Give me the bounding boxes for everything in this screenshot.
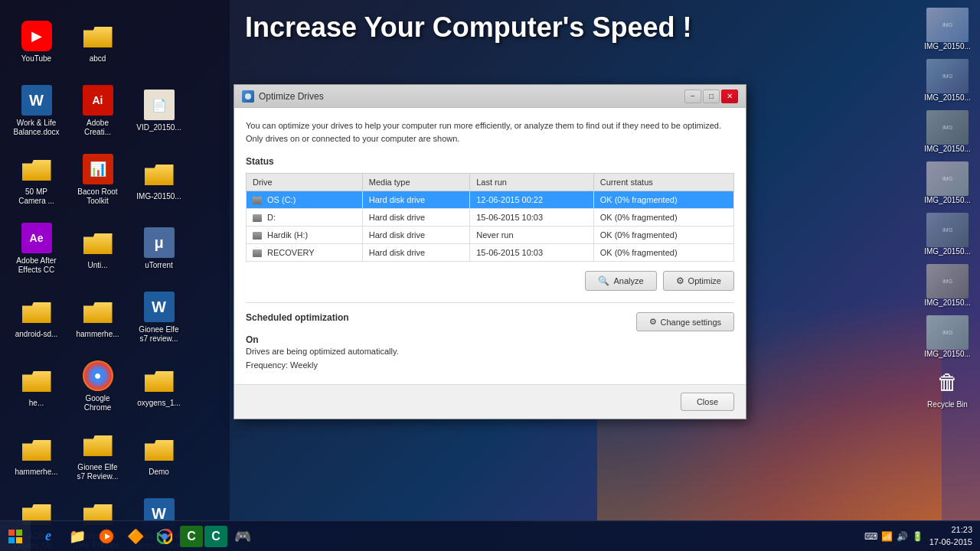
media-type: Hard disk drive	[362, 209, 469, 227]
taskbar-sys-icons: ⌨ 📶 🔊 🔋	[864, 531, 923, 542]
drive-icon	[253, 232, 262, 240]
taskbar-ie-icon[interactable]: e	[34, 523, 62, 550]
table-row[interactable]: Hardik (H:) Hard disk drive Never run OK…	[247, 227, 734, 244]
svg-rect-3	[8, 537, 15, 543]
dialog-icon	[242, 90, 254, 103]
desktop-icons-left: ▶ YouTube abcd W Work & Life Balance.doc…	[8, 8, 191, 551]
col-last-run: Last run	[470, 174, 593, 191]
last-run: 15-06-2015 10:03	[470, 244, 593, 262]
title-overlay: Increase Your Computer's Speed !	[245, 11, 691, 44]
close-button[interactable]: Close	[681, 393, 734, 411]
desktop-icon-recycle-bin[interactable]: 🗑 Recycle Bin	[919, 363, 976, 413]
start-button[interactable]	[0, 521, 31, 552]
desktop-icon-img-r7[interactable]: IMG IMG_20150...	[919, 311, 976, 363]
desktop-icon-android-sd[interactable]: android-sd...	[8, 283, 65, 352]
taskbar-chrome-icon[interactable]	[151, 523, 178, 550]
desktop-icon-img-top-right[interactable]	[130, 8, 188, 77]
table-row[interactable]: RECOVERY Hard disk drive 15-06-2015 10:0…	[247, 244, 734, 262]
network-icon: 📶	[881, 531, 893, 542]
current-status: OK (0% fragmented)	[593, 191, 733, 209]
desktop-icon-adobe-creative[interactable]: Ai Adobe Creati...	[69, 77, 126, 145]
dialog-title-left: Optimize Drives	[242, 90, 324, 103]
taskbar-items: e 📁 🔶	[31, 523, 857, 550]
table-row[interactable]: D: Hard disk drive 15-06-2015 10:03 OK (…	[247, 209, 734, 227]
desktop-icons-right: IMG IMG_20150... IMG IMG_20150... IMG IM…	[919, 4, 976, 413]
volume-icon: 🔊	[897, 531, 908, 542]
scheduled-desc1: Drives are being optimized automatically…	[246, 345, 734, 359]
svg-rect-1	[8, 530, 15, 536]
clock-time: 21:23	[929, 524, 972, 536]
desktop-icon-img-r4[interactable]: IMG IMG_20150...	[919, 158, 976, 209]
desktop-icon-img-r2[interactable]: IMG IMG_20150...	[919, 55, 976, 106]
taskbar-ccleaner-icon[interactable]: C	[180, 526, 203, 547]
table-row[interactable]: OS (C:) Hard disk drive 12-06-2015 00:22…	[247, 191, 734, 209]
media-type: Hard disk drive	[362, 244, 469, 262]
desktop-icon-img-r5[interactable]: IMG IMG_20150...	[919, 209, 976, 260]
optimize-button[interactable]: ⚙ Optimize	[663, 271, 734, 291]
desktop-icon-bacon-root[interactable]: 📊 Bacon Root Toolkit	[69, 145, 126, 214]
drive-name: RECOVERY	[247, 244, 363, 262]
desktop-icon-hammerhe2[interactable]: hammerhe...	[8, 421, 65, 490]
svg-point-0	[245, 93, 251, 99]
drives-status-table: Drive Media type Last run Current status…	[246, 173, 734, 262]
last-run: Never run	[470, 227, 593, 244]
optimize-icon: ⚙	[676, 276, 684, 286]
media-type: Hard disk drive	[362, 227, 469, 244]
last-run: 15-06-2015 10:03	[470, 209, 593, 227]
maximize-button[interactable]: □	[703, 90, 720, 103]
desktop-icon-hammerhe[interactable]: hammerhe...	[69, 283, 126, 352]
drive-icon	[253, 249, 262, 257]
taskbar-app2-icon[interactable]: C	[204, 526, 227, 547]
battery-icon: 🔋	[912, 531, 923, 542]
dialog-titlebar: Optimize Drives − □ ✕	[234, 85, 746, 108]
desktop-icon-abcd[interactable]: abcd	[69, 8, 126, 77]
dialog-description: You can optimize your drives to help you…	[246, 119, 734, 145]
desktop-icon-unti[interactable]: Unti...	[69, 214, 126, 283]
desktop-icon-img-r1[interactable]: IMG IMG_20150...	[919, 4, 976, 55]
svg-point-8	[162, 533, 168, 540]
current-status: OK (0% fragmented)	[593, 209, 733, 227]
status-section-label: Status	[246, 156, 734, 167]
desktop-icon-youtube[interactable]: ▶ YouTube	[8, 8, 65, 77]
desktop-icon-demo[interactable]: Demo	[130, 421, 188, 490]
taskbar-right: ⌨ 📶 🔊 🔋 21:23 17-06-2015	[857, 524, 980, 548]
desktop-icon-work-life[interactable]: W Work & Life Balance.docx	[8, 77, 65, 145]
analyze-button[interactable]: 🔍 Analyze	[585, 271, 656, 291]
desktop-icon-oxygens1[interactable]: oxygens_1...	[130, 352, 188, 421]
desktop-icon-50mp[interactable]: 50 MP Camera ...	[8, 145, 65, 214]
drive-name: OS (C:)	[247, 191, 363, 209]
taskbar-clock: 21:23 17-06-2015	[929, 524, 972, 548]
desktop-icon-adobe-after[interactable]: Ae Adobe After Effects CC	[8, 214, 65, 283]
desktop-icon-img-20150-2[interactable]: IMG-20150...	[130, 145, 188, 214]
taskbar-app3-icon[interactable]: 🎮	[229, 523, 256, 550]
scheduled-section: Scheduled optimization ⚙ Change settings…	[246, 302, 734, 372]
drive-icon	[253, 197, 262, 204]
desktop: Increase Your Computer's Speed ! ▶ YouTu…	[0, 0, 980, 551]
current-status: OK (0% fragmented)	[593, 227, 733, 244]
taskbar: e 📁 🔶	[0, 520, 980, 551]
col-media-type: Media type	[362, 174, 469, 191]
dialog-footer: Close	[234, 384, 746, 419]
desktop-icon-gionee-s7[interactable]: W Gionee Elfe s7 review...	[130, 283, 188, 352]
desktop-icon-img-r6[interactable]: IMG IMG_20150...	[919, 260, 976, 311]
scheduled-frequency: Frequency: Weekly	[246, 359, 734, 373]
desktop-icon-he[interactable]: he...	[8, 352, 65, 421]
desktop-icon-img-r3[interactable]: IMG IMG_20150...	[919, 106, 976, 158]
dialog-close-button[interactable]: ✕	[721, 90, 738, 103]
scheduled-label: Scheduled optimization	[246, 312, 349, 323]
dialog-controls: − □ ✕	[684, 90, 738, 103]
minimize-button[interactable]: −	[684, 90, 701, 103]
desktop-icon-google-chrome[interactable]: ● Google Chrome	[69, 352, 126, 421]
desktop-icon-vid[interactable]: 📄 VID_20150...	[130, 77, 188, 145]
svg-rect-4	[16, 537, 22, 543]
desktop-icon-gionee2[interactable]: Gionee Elfe s7 Review...	[69, 421, 126, 490]
current-status: OK (0% fragmented)	[593, 244, 733, 262]
taskbar-explorer-icon[interactable]: 📁	[64, 523, 91, 550]
desktop-icon-utorrent[interactable]: μ uTorrent	[130, 214, 188, 283]
dialog-content: You can optimize your drives to help you…	[234, 108, 746, 384]
col-current-status: Current status	[593, 174, 733, 191]
taskbar-vlc-icon[interactable]: 🔶	[122, 523, 149, 550]
taskbar-mediaplayer-icon[interactable]	[93, 523, 120, 550]
change-settings-button[interactable]: ⚙ Change settings	[636, 312, 735, 331]
optimize-drives-dialog: Optimize Drives − □ ✕ You can optimize y…	[234, 84, 746, 419]
